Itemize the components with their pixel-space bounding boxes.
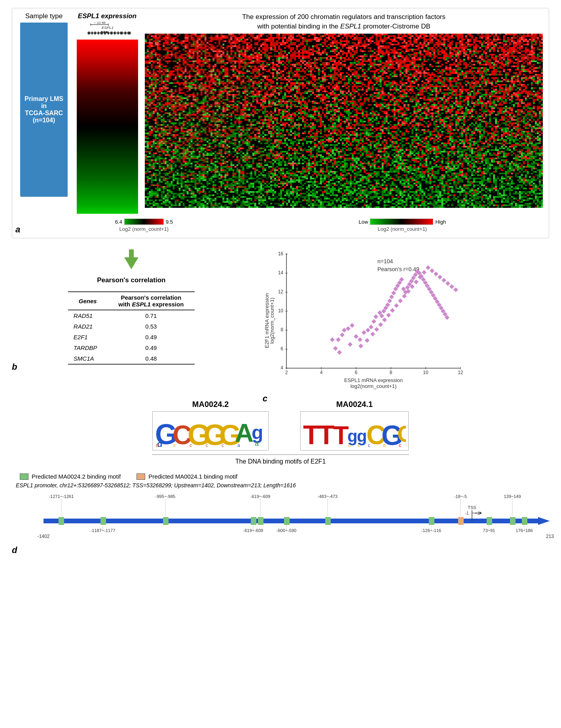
svg-rect-20345 — [392, 203, 394, 205]
svg-rect-3949 — [400, 65, 402, 67]
svg-rect-3131 — [364, 59, 366, 61]
svg-rect-3081 — [264, 59, 267, 61]
svg-rect-8118 — [338, 101, 340, 103]
svg-rect-16060 — [222, 167, 225, 169]
svg-rect-4215 — [531, 67, 533, 69]
svg-rect-5183 — [467, 75, 470, 77]
svg-rect-19790 — [481, 198, 483, 200]
svg-rect-14410 — [521, 152, 523, 154]
svg-rect-5612 — [525, 79, 527, 81]
svg-rect-4220 — [541, 67, 543, 69]
svg-rect-10854 — [210, 124, 213, 126]
svg-rect-16859 — [220, 174, 223, 176]
svg-rect-4478 — [258, 70, 261, 72]
svg-rect-2256 — [214, 52, 217, 54]
svg-rect-19427 — [157, 196, 159, 198]
svg-rect-14869 — [240, 158, 243, 160]
svg-rect-405 — [511, 35, 514, 37]
svg-rect-15724 — [350, 164, 352, 166]
svg-rect-13789 — [479, 147, 481, 149]
svg-rect-5153 — [407, 75, 410, 77]
svg-rect-8051 — [205, 101, 207, 103]
svg-rect-10172 — [445, 117, 448, 119]
svg-rect-10170 — [441, 117, 443, 119]
svg-rect-15795 — [491, 164, 493, 166]
svg-rect-3848 — [199, 65, 201, 67]
svg-rect-13019 — [539, 141, 541, 143]
svg-rect-14765 — [431, 156, 434, 158]
svg-rect-16787 — [475, 173, 478, 175]
svg-rect-9781 — [463, 114, 466, 116]
svg-rect-19821 — [145, 199, 147, 201]
svg-rect-12581 — [463, 137, 466, 139]
svg-rect-10990 — [481, 124, 483, 126]
svg-rect-12261 — [224, 136, 227, 138]
svg-rect-8876 — [254, 107, 257, 109]
svg-rect-5725 — [352, 80, 354, 82]
svg-rect-1710 — [322, 47, 324, 49]
svg-rect-15047 — [197, 159, 199, 161]
svg-rect-7485 — [272, 95, 275, 97]
svg-rect-1316 — [334, 44, 336, 46]
svg-rect-3756 — [413, 64, 416, 66]
svg-rect-6710 — [322, 89, 324, 91]
svg-rect-6283 — [268, 86, 271, 87]
svg-rect-19175 — [451, 193, 454, 195]
svg-rect-14049 — [201, 151, 203, 153]
svg-rect-20536 — [373, 204, 376, 206]
svg-rect-12293 — [288, 136, 290, 138]
svg-rect-16530 — [362, 171, 364, 173]
svg-rect-231 — [165, 35, 167, 37]
svg-rect-18049 — [201, 184, 203, 186]
svg-rect-12004 — [509, 132, 511, 134]
svg-rect-18030 — [163, 184, 165, 186]
svg-rect-17363 — [427, 177, 430, 179]
svg-rect-18158 — [417, 184, 420, 186]
svg-rect-4107 — [316, 67, 318, 69]
svg-rect-1753 — [407, 47, 410, 49]
svg-rect-2070 — [242, 50, 244, 52]
svg-rect-9263 — [228, 110, 231, 112]
svg-rect-6986 — [473, 90, 476, 92]
svg-rect-5661 — [224, 80, 227, 82]
svg-rect-1695 — [292, 47, 294, 49]
svg-rect-5580 — [461, 79, 464, 81]
svg-rect-12324 — [350, 136, 352, 138]
svg-rect-19770 — [441, 198, 443, 200]
svg-rect-11007 — [515, 124, 517, 126]
svg-rect-8642 — [187, 106, 189, 108]
svg-rect-3927 — [356, 65, 358, 67]
svg-rect-20733 — [368, 206, 370, 207]
svg-rect-4294 — [290, 68, 292, 70]
svg-rect-10040 — [183, 117, 185, 119]
svg-rect-15665 — [232, 164, 235, 166]
svg-rect-15398 — [497, 161, 499, 163]
svg-rect-17898 — [298, 182, 300, 184]
svg-rect-7691 — [284, 97, 286, 99]
svg-rect-6077 — [256, 84, 259, 86]
svg-rect-4743 — [388, 72, 390, 74]
svg-rect-3984 — [469, 65, 472, 67]
svg-rect-2848 — [199, 57, 201, 59]
svg-rect-1526 — [354, 45, 356, 47]
svg-rect-3384 — [469, 60, 472, 62]
svg-rect-20137 — [375, 201, 378, 203]
svg-rect-3029 — [161, 59, 163, 61]
svg-rect-18360 — [421, 186, 424, 188]
svg-rect-9345 — [392, 110, 394, 112]
svg-rect-2960 — [421, 57, 424, 59]
svg-rect-1220 — [541, 42, 543, 44]
svg-rect-13259 — [220, 144, 223, 146]
svg-rect-7571 — [443, 95, 446, 97]
svg-rect-16002 — [505, 166, 507, 168]
svg-rect-19446 — [195, 196, 197, 198]
svg-rect-4525 — [352, 70, 354, 72]
svg-rect-16890 — [282, 174, 284, 176]
svg-rect-8351 — [404, 102, 406, 104]
svg-rect-3222 — [147, 60, 149, 62]
svg-rect-17406 — [513, 177, 516, 179]
svg-rect-6944 — [390, 90, 392, 92]
svg-rect-11876 — [254, 132, 257, 134]
svg-rect-2805 — [511, 55, 514, 57]
svg-rect-1557 — [415, 45, 418, 47]
